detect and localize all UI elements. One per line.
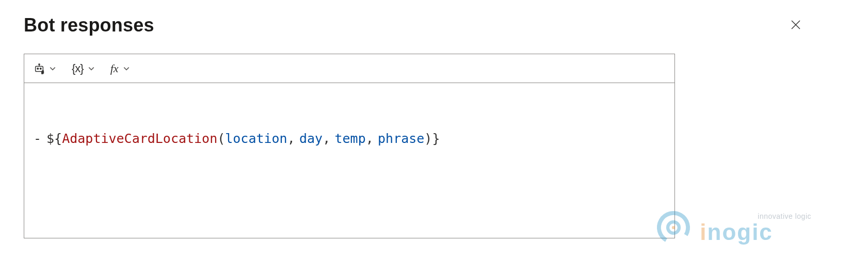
close-button[interactable] [787, 18, 804, 34]
svg-point-3 [37, 68, 39, 69]
code-line: - ${AdaptiveCardLocation(location,day,te… [34, 129, 665, 149]
logo-tagline: innovative logic [758, 212, 811, 220]
code-editor[interactable]: - ${AdaptiveCardLocation(location,day,te… [24, 83, 674, 238]
list-bullet: - [34, 129, 41, 149]
variable-icon: {x} [72, 62, 84, 75]
chevron-down-icon [88, 65, 95, 72]
watermark-logo: innovative logic inogic [653, 207, 811, 250]
insert-bot-dropdown[interactable]: # [30, 61, 59, 76]
chevron-down-icon [49, 65, 56, 72]
bot-icon: # [34, 63, 45, 74]
editor-toolbar: # {x} fx [24, 54, 674, 83]
close-icon [790, 19, 802, 33]
response-editor: # {x} fx - [24, 54, 675, 238]
bot-responses-panel: Bot responses # [0, 0, 868, 258]
panel-header: Bot responses [24, 14, 844, 36]
logo-brand: inogic [700, 219, 773, 245]
code-content: ${AdaptiveCardLocation(location,day,temp… [46, 129, 440, 149]
svg-text:#: # [42, 70, 44, 74]
insert-variable-dropdown[interactable]: {x} [69, 60, 98, 77]
svg-point-4 [40, 68, 41, 69]
fx-icon: fx [110, 62, 119, 75]
chevron-down-icon [123, 65, 130, 72]
insert-function-dropdown[interactable]: fx [107, 60, 133, 77]
svg-point-6 [39, 63, 40, 64]
panel-title: Bot responses [24, 14, 154, 36]
